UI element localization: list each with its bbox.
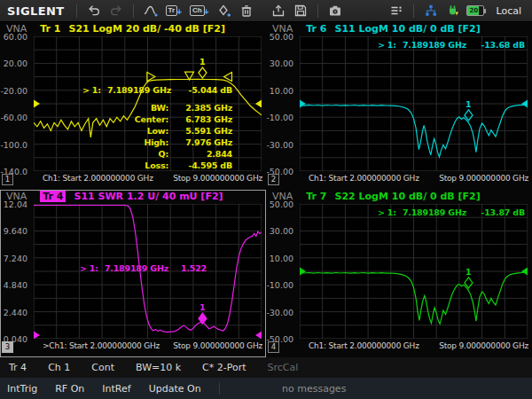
screenshot-button[interactable] (326, 3, 344, 19)
bw-label: Low: (126, 125, 168, 137)
save-button[interactable] (292, 3, 309, 19)
status-bar-2: IntTrig RF On IntRef Update On no messag… (0, 378, 532, 399)
y-axis-labels: 50.0030.0010.00-10.00-30.00-50.00 (266, 204, 296, 339)
bw-row: Low:5.591 GHz (126, 125, 232, 137)
control-mode-label[interactable]: Local (496, 5, 521, 17)
y-axis-tick-label: -100.0 (0, 140, 27, 150)
undo-button[interactable] (85, 3, 103, 19)
add-trace-curve-button[interactable] (142, 3, 160, 19)
marker-number: 1 (200, 57, 206, 66)
lan-status-button[interactable] (422, 3, 440, 19)
add-marker-button[interactable] (215, 3, 233, 19)
status-update[interactable]: Update On (149, 383, 201, 395)
recall-button[interactable] (270, 3, 287, 19)
status-rf-output[interactable]: RF On (55, 383, 84, 395)
y-axis-tick-label: 4.840 (4, 280, 27, 290)
marker-readout: > 1: 7.189189 GHz 1.522 (80, 263, 207, 273)
save-icon (293, 4, 308, 18)
status-message: no messages (282, 383, 346, 395)
marker-readout: > 1: 7.189189 GHz -13.87 dB (378, 207, 525, 217)
y-axis-tick-label: 7.240 (4, 254, 27, 263)
vna-screen: SIGLENT Tr+ Ch+ (0, 0, 532, 399)
trace-measurement-label[interactable]: S11 LogM 10 dB/ 0 dB [F2] (334, 23, 480, 35)
bw-row: Loss:-4.595 dB (126, 160, 232, 171)
menu-button[interactable] (387, 3, 405, 19)
status-active-channel[interactable]: Ch 1 (48, 362, 70, 373)
sweep-start-label: Ch1: Start 2.000000000 GHz (309, 174, 419, 183)
trace-plot: 1 (300, 204, 528, 339)
trace-measurement-label[interactable]: S11 SWR 1.2 U/ 40 mU [F2] (74, 191, 223, 202)
bandwidth-marker-down (185, 72, 194, 80)
status-calibration[interactable]: C* 2-Port (202, 362, 246, 373)
delete-button[interactable] (238, 3, 255, 19)
trace-measurement-label[interactable]: S22 LogM 10 dB/ 0 dB [F2] (334, 191, 480, 202)
status-reference-source[interactable]: IntRef (102, 383, 130, 395)
sweep-stop-label: Stop 9.000000000 GHz (173, 174, 262, 183)
quadrant-window-2[interactable]: VNA Tr 6 S11 LogM 10 dB/ 0 dB [F2] 50.00… (266, 22, 532, 190)
trace-header: VNA Tr 6 S11 LogM 10 dB/ 0 dB [F2] (272, 23, 481, 35)
marker-frequency: 7.189189 GHz (107, 85, 171, 95)
power-status-button[interactable] (444, 3, 462, 19)
bw-value: 6.783 GHz (168, 113, 232, 125)
bw-label: Center: (126, 113, 168, 125)
window-number[interactable]: 1 (2, 174, 13, 185)
quadrant-window-3[interactable]: VNA Tr 4 S11 SWR 1.2 U/ 40 mU [F2] 12.04… (0, 190, 266, 357)
trace-measurement-label[interactable]: S21 LogM 20 dB/ -40 dB [F2] (68, 23, 225, 35)
power-icon (446, 4, 460, 18)
trace-name[interactable]: Tr 6 (306, 23, 326, 35)
battery-icon[interactable]: 20 (466, 5, 484, 16)
status-if-bandwidth[interactable]: BW=10 k (136, 362, 181, 373)
trace-plot: 1 (300, 36, 528, 171)
delete-icon (239, 4, 254, 18)
ref-level-marker-left (34, 100, 40, 108)
active-trace-name[interactable]: Tr 4 (40, 191, 66, 202)
marker-frequency: 7.189189 GHz (403, 40, 466, 50)
new-trace-button[interactable]: Tr+ (164, 4, 184, 17)
quadrant-window-4[interactable]: VNA Tr 7 S22 LogM 10 dB/ 0 dB [F2] 50.00… (266, 190, 532, 357)
marker-value: -5.044 dB (188, 85, 232, 95)
plot-area[interactable]: 1 > 1: 7.189189 GHz -13.68 dB (300, 36, 528, 171)
ref-level-marker-right (521, 268, 528, 276)
y-axis-tick-label: 50.00 (270, 200, 293, 209)
y-axis-tick-label: 10.00 (270, 254, 293, 263)
marker-value: -13.87 dB (481, 207, 525, 217)
y-axis-tick-label: 30.00 (270, 59, 293, 68)
plot-area[interactable]: 1 > 1: 7.189189 GHz 1.522 (34, 204, 262, 339)
window-number[interactable]: 4 (268, 341, 279, 353)
sweep-range: >Ch1: Start 2.000000000 GHz Stop 9.00000… (34, 341, 262, 350)
sweep-start-label: Ch1: Start 2.000000000 GHz (309, 341, 419, 350)
lan-icon (424, 4, 438, 18)
status-active-trace[interactable]: Tr 4 (9, 362, 27, 373)
plus-icon: + (176, 9, 182, 16)
ref-level-marker-left (34, 332, 40, 340)
y-axis-tick-label: 12.04 (4, 200, 27, 209)
marker-number: 1 (466, 267, 472, 277)
plot-area[interactable]: 1 > 1: 7.189189 GHz -13.87 dB (300, 204, 528, 339)
marker-number: 1 (200, 302, 206, 312)
quadrant-window-1[interactable]: VNA Tr 1 S21 LogM 20 dB/ -40 dB [F2] 60.… (0, 22, 266, 190)
battery-level: 20 (469, 6, 478, 15)
window-number[interactable]: 2 (268, 174, 279, 185)
bw-value: 5.591 GHz (168, 125, 232, 137)
redo-button[interactable] (107, 3, 125, 19)
status-srccal[interactable]: SrcCal (268, 362, 299, 373)
trace-name[interactable]: Tr 1 (40, 23, 60, 35)
y-axis-labels: 60.0020.00-20.00-60.00-100.0-140.0 (0, 36, 30, 171)
marker-value: 1.522 (181, 263, 207, 273)
window-number[interactable]: 3 (2, 341, 13, 353)
marker-readout: > 1: 7.189189 GHz -13.68 dB (378, 40, 525, 50)
marker-frequency: 7.189189 GHz (105, 263, 168, 273)
status-trigger-source[interactable]: IntTrig (7, 383, 37, 395)
trace-name[interactable]: Tr 7 (306, 191, 326, 202)
plot-area[interactable]: 1 > 1: 7.189189 GHz -5.044 dB BW:2.385 G… (34, 36, 262, 171)
ref-level-marker-left (300, 100, 306, 108)
new-channel-button[interactable]: Ch+ (188, 4, 211, 17)
recall-icon (271, 4, 286, 18)
sweep-stop-label: Stop 9.000000000 GHz (173, 341, 262, 350)
add-trace-curve-icon (144, 4, 158, 18)
y-axis-labels: 50.0030.0010.00-10.00-30.00-50.00 (266, 36, 296, 171)
marker-id: > 1: (378, 40, 396, 50)
sweep-range: Ch1: Start 2.000000000 GHz Stop 9.000000… (34, 174, 262, 183)
status-sweep-mode[interactable]: Cont (91, 362, 114, 373)
bandwidth-search-table: BW:2.385 GHz Center:6.783 GHz Low:5.591 … (126, 102, 232, 171)
